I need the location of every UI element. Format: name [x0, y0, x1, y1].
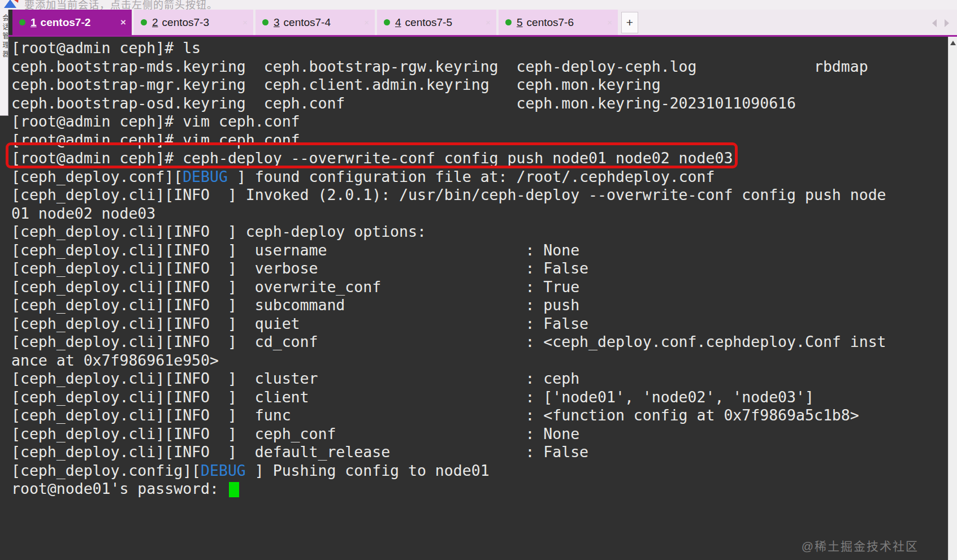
- terminal-line: [ceph_deploy.cli][INFO ] cd_conf : <ceph…: [11, 333, 948, 351]
- terminal-text-segment: [ceph_deploy.cli][INFO ] ceph-deploy opt…: [11, 223, 426, 240]
- terminal-line: [ceph_deploy.cli][INFO ] quiet : False: [11, 315, 948, 333]
- terminal-text-segment: [ceph_deploy.cli][INFO ] cd_conf : <ceph…: [11, 333, 886, 350]
- close-icon[interactable]: ×: [243, 18, 248, 27]
- terminal-line: [ceph_deploy.config][DEBUG ] Pushing con…: [11, 462, 948, 480]
- sidebar-tab-label: 会话管理器: [1, 14, 8, 59]
- tab-centos7-3[interactable]: 2centos7-3×: [134, 10, 253, 35]
- terminal-text-segment: 01 node02 node03: [11, 205, 155, 222]
- tab-bar-left-gap: [8, 10, 12, 35]
- terminal-text-segment: [ceph_deploy.cli][INFO ] overwrite_conf …: [11, 278, 579, 296]
- terminal-text-segment: [ceph_deploy.cli][INFO ] func : <functio…: [11, 406, 859, 424]
- terminal-line: [ceph_deploy.cli][INFO ] ceph_conf : Non…: [11, 425, 948, 444]
- chevron-right-icon[interactable]: [945, 19, 949, 27]
- terminal-text-segment: ceph.bootstrap-osd.keyring ceph.conf cep…: [11, 94, 796, 112]
- terminal-line: 01 node02 node03: [11, 205, 948, 223]
- tab-label: centos7-5: [405, 16, 452, 29]
- terminal-line: [ceph_deploy.cli][INFO ] Invoked (2.0.1)…: [11, 186, 948, 205]
- terminal-line: [ceph_deploy.cli][INFO ] ceph-deploy opt…: [11, 223, 948, 241]
- tab-label: centos7-4: [284, 16, 331, 29]
- terminal-text-segment: ] found configuration file at: /root/.ce…: [228, 168, 715, 185]
- terminal-line: ceph.bootstrap-mgr.keyring ceph.client.a…: [11, 76, 948, 94]
- terminal-text-segment: [root@admin ceph]# vim ceph.conf: [11, 112, 300, 130]
- terminal-line: [ceph_deploy.cli][INFO ] subcommand : pu…: [11, 296, 948, 315]
- session-status-dot: [505, 19, 512, 25]
- close-icon[interactable]: ×: [364, 18, 369, 27]
- terminal-line: ance at 0x7f986961e950>: [11, 351, 948, 370]
- terminal-line: [ceph_deploy.cli][INFO ] verbose : False: [11, 259, 948, 278]
- terminal-text-segment: [ceph_deploy.cli][INFO ] subcommand : pu…: [11, 296, 579, 314]
- terminal-text-segment: [root@admin ceph]# ls: [11, 39, 201, 57]
- terminal-text-segment: [ceph_deploy.cli][INFO ] cluster : ceph: [11, 370, 579, 387]
- tab-number: 2: [152, 16, 158, 29]
- terminal-text-segment: [ceph_deploy.cli][INFO ] default_release…: [11, 443, 588, 461]
- terminal-line: [ceph_deploy.cli][INFO ] username : None: [11, 241, 948, 260]
- session-status-dot: [262, 19, 269, 25]
- terminal-text-segment: [ceph_deploy.config][: [11, 462, 201, 479]
- terminal-line: [root@admin ceph]# ls: [11, 39, 948, 58]
- terminal-text-segment: DEBUG: [183, 168, 228, 185]
- terminal-text-segment: [ceph_deploy.cli][INFO ] verbose : False: [11, 259, 588, 277]
- session-status-dot: [384, 19, 390, 25]
- tab-label: centos7-2: [41, 16, 91, 29]
- terminal-text-segment: [ceph_deploy.cli][INFO ] Invoked (2.0.1)…: [11, 186, 886, 203]
- tab-scroll-buttons: [932, 19, 949, 27]
- chevron-left-icon[interactable]: [932, 19, 937, 27]
- hint-text: 要添加当前会话，点击左侧的箭头按钮。: [24, 0, 218, 10]
- tab-strip: 1centos7-2×2centos7-3×3centos7-4×4centos…: [12, 10, 638, 35]
- session-hint-icon: [3, 0, 19, 9]
- tab-number: 4: [395, 16, 401, 29]
- terminal-line: [ceph_deploy.cli][INFO ] cluster : ceph: [11, 370, 948, 388]
- terminal-line: [ceph_deploy.conf][DEBUG ] found configu…: [11, 168, 948, 186]
- new-tab-button[interactable]: +: [621, 12, 638, 33]
- terminal-line: [ceph_deploy.cli][INFO ] default_release…: [11, 443, 948, 462]
- tab-label: centos7-3: [162, 16, 209, 29]
- terminal-text-segment: ceph.bootstrap-mgr.keyring ceph.client.a…: [11, 76, 661, 93]
- terminal-text-segment: [ceph_deploy.cli][INFO ] client : ['node…: [11, 388, 814, 406]
- session-status-dot: [141, 19, 147, 25]
- terminal-text-segment: root@node01's password:: [11, 480, 228, 497]
- terminal-line: [ceph_deploy.cli][INFO ] overwrite_conf …: [11, 278, 948, 297]
- watermark: @稀土掘金技术社区: [802, 537, 919, 554]
- terminal-text-segment: ] Pushing config to node01: [246, 462, 490, 479]
- tab-centos7-4[interactable]: 3centos7-4×: [256, 10, 375, 35]
- terminal-line: [ceph_deploy.cli][INFO ] client : ['node…: [11, 388, 948, 407]
- terminal-text-segment: [ceph_deploy.cli][INFO ] quiet : False: [11, 315, 588, 332]
- terminal-scrollbar[interactable]: [948, 37, 957, 560]
- tab-number: 3: [274, 16, 280, 29]
- close-icon[interactable]: ×: [607, 18, 612, 27]
- terminal-text-segment: [ceph_deploy.conf][: [11, 168, 183, 185]
- terminal-line: ceph.bootstrap-osd.keyring ceph.conf cep…: [11, 94, 948, 113]
- terminal-line: [ceph_deploy.cli][INFO ] func : <functio…: [11, 406, 948, 425]
- hint-bar: 要添加当前会话，点击左侧的箭头按钮。: [0, 0, 957, 10]
- annotation-highlight-box: [6, 142, 738, 168]
- sidebar-tab-session-manager[interactable]: 会话管理器: [0, 10, 8, 116]
- terminal-line: ceph.bootstrap-mds.keyring ceph.bootstra…: [11, 58, 948, 76]
- terminal-line: root@node01's password:: [11, 480, 948, 498]
- tab-centos7-5[interactable]: 4centos7-5×: [377, 10, 496, 35]
- terminal-line: [root@admin ceph]# vim ceph.conf: [11, 112, 948, 131]
- tab-centos7-2[interactable]: 1centos7-2×: [12, 10, 132, 35]
- scroll-up-arrow-icon[interactable]: [950, 41, 956, 45]
- terminal-text-segment: [ceph_deploy.cli][INFO ] username : None: [11, 241, 579, 259]
- terminal-text-segment: ceph.bootstrap-mds.keyring ceph.bootstra…: [11, 58, 868, 75]
- terminal-text-segment: [ceph_deploy.cli][INFO ] ceph_conf : Non…: [11, 425, 579, 442]
- close-icon[interactable]: ×: [120, 17, 126, 28]
- active-tab-underline: [8, 35, 957, 37]
- terminal-output[interactable]: [root@admin ceph]# lsceph.bootstrap-mds.…: [8, 37, 948, 560]
- session-status-dot: [19, 19, 25, 25]
- tab-number: 1: [31, 16, 37, 29]
- terminal-cursor: [229, 482, 239, 497]
- close-icon[interactable]: ×: [486, 18, 491, 27]
- tab-centos7-6[interactable]: 5centos7-6×: [499, 10, 618, 35]
- tab-number: 5: [517, 16, 523, 29]
- tab-label: centos7-6: [527, 16, 574, 29]
- terminal-text-segment: DEBUG: [201, 462, 246, 479]
- terminal-text-segment: ance at 0x7f986961e950>: [11, 351, 219, 369]
